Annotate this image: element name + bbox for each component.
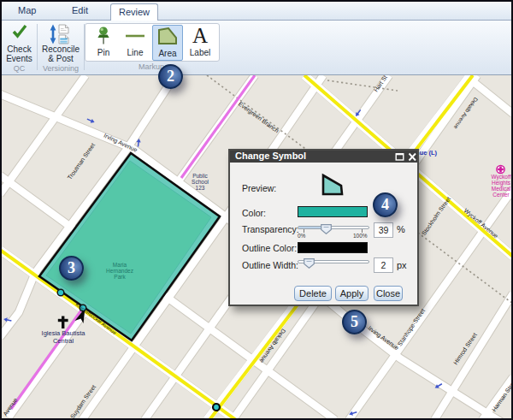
svg-text:Center: Center [492,192,510,198]
svg-text:Medical: Medical [492,186,511,192]
svg-text:Hernandez: Hernandez [106,268,133,274]
svg-text:Park: Park [114,274,126,280]
svg-text:School: School [192,179,209,185]
svg-text:Iglesia Bautista: Iglesia Bautista [42,329,86,337]
svg-text:Maria: Maria [113,262,127,268]
svg-text:123: 123 [196,185,205,191]
svg-text:Public: Public [192,173,208,179]
svg-text:Central: Central [53,337,74,345]
